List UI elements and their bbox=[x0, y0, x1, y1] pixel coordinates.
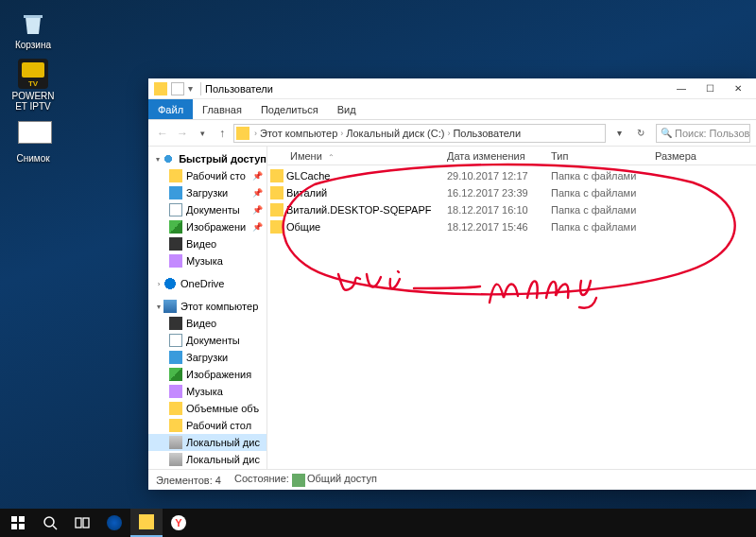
file-row[interactable]: GLCache29.10.2017 12:17Папка с файлами bbox=[267, 167, 756, 184]
nav-this-pc[interactable]: ▾Этот компьютер bbox=[148, 298, 266, 315]
search-placeholder: Поиск: Пользова bbox=[675, 128, 750, 139]
maximize-button[interactable]: ☐ bbox=[696, 78, 724, 99]
file-row[interactable]: Виталий16.12.2017 23:39Папка с файлами bbox=[267, 184, 756, 201]
taskbar-app-yandex[interactable]: Y bbox=[163, 509, 195, 537]
svg-rect-6 bbox=[76, 518, 81, 528]
nav-item-videos[interactable]: Видео bbox=[148, 235, 266, 252]
pin-icon: 📌 bbox=[252, 205, 263, 215]
onedrive-icon bbox=[163, 277, 177, 290]
search-icon: 🔍 bbox=[661, 128, 672, 138]
breadcrumb-drive[interactable]: Локальный диск (C:) bbox=[344, 128, 446, 139]
ribbon-tab-file[interactable]: Файл bbox=[148, 99, 193, 119]
file-list-pane: Имени⌃ Дата изменения Тип Размера GLCach… bbox=[267, 147, 756, 469]
folder-icon bbox=[236, 127, 249, 140]
qat-icon[interactable] bbox=[171, 82, 184, 95]
documents-icon bbox=[169, 334, 182, 347]
svg-rect-7 bbox=[83, 518, 89, 528]
column-header-name[interactable]: Имени⌃ bbox=[286, 150, 447, 162]
downloads-icon bbox=[169, 186, 182, 199]
nav-up-button[interactable]: ↑ bbox=[214, 125, 231, 142]
drive-icon bbox=[169, 436, 182, 449]
breadcrumb-this-pc[interactable]: Этот компьютер bbox=[258, 128, 339, 139]
nav-back-button[interactable]: ← bbox=[154, 125, 171, 142]
taskbar-app-edge[interactable] bbox=[98, 509, 130, 537]
videos-icon bbox=[169, 317, 182, 330]
nav-forward-button[interactable]: → bbox=[174, 125, 191, 142]
file-explorer-window: ▾ Пользователи — ☐ ✕ Файл Главная Подели… bbox=[148, 78, 756, 490]
status-item-count: Элементов: 4 bbox=[156, 475, 221, 486]
refresh-button[interactable]: ↻ bbox=[632, 125, 649, 142]
navigation-pane: ▾Быстрый доступ Рабочий сто📌 Загрузки📌 Д… bbox=[148, 147, 267, 469]
nav-onedrive[interactable]: ›OneDrive bbox=[148, 275, 266, 292]
pin-icon: 📌 bbox=[252, 171, 263, 181]
pin-icon: 📌 bbox=[252, 188, 263, 198]
ribbon-tab-home[interactable]: Главная bbox=[193, 99, 251, 119]
status-bar: Элементов: 4 Состояние: Общий доступ bbox=[148, 469, 756, 490]
nav-pc-3dobjects[interactable]: Объемные объ bbox=[148, 400, 266, 417]
desktop-icon-screenshot[interactable]: Снимок bbox=[9, 121, 57, 164]
downloads-icon bbox=[169, 351, 182, 364]
svg-rect-2 bbox=[11, 524, 17, 529]
address-dropdown-button[interactable]: ▾ bbox=[610, 125, 627, 142]
nav-pc-desktop[interactable]: Рабочий стол bbox=[148, 417, 266, 434]
nav-item-desktop[interactable]: Рабочий сто📌 bbox=[148, 167, 266, 184]
column-header-type[interactable]: Тип bbox=[551, 150, 655, 162]
minimize-button[interactable]: — bbox=[667, 78, 696, 99]
start-button[interactable] bbox=[2, 509, 34, 537]
pin-icon: 📌 bbox=[252, 222, 263, 232]
desktop-icon-recycle-bin[interactable]: Корзина bbox=[9, 8, 57, 50]
nav-item-pictures[interactable]: Изображени📌 bbox=[148, 218, 266, 235]
file-list: GLCache29.10.2017 12:17Папка с файлами В… bbox=[267, 165, 756, 237]
nav-pc-pictures[interactable]: Изображения bbox=[148, 366, 266, 383]
file-row[interactable]: Общие18.12.2017 15:46Папка с файлами bbox=[267, 218, 756, 235]
recycle-bin-icon bbox=[18, 8, 48, 38]
pictures-icon bbox=[169, 220, 182, 234]
ribbon-tab-view[interactable]: Вид bbox=[328, 99, 366, 119]
desktop-icon bbox=[169, 169, 182, 182]
status-state: Состояние: Общий доступ bbox=[234, 473, 377, 486]
breadcrumb-folder[interactable]: Пользователи bbox=[451, 128, 523, 139]
desktop-icon-label: Снимок bbox=[9, 153, 57, 164]
folder-icon bbox=[169, 402, 182, 415]
nav-item-music[interactable]: Музыка bbox=[148, 252, 266, 269]
address-bar-row: ← → ▾ ↑ › Этот компьютер › Локальный дис… bbox=[148, 120, 756, 147]
music-icon bbox=[169, 385, 182, 398]
search-button[interactable] bbox=[34, 509, 66, 537]
column-header-size[interactable]: Размера bbox=[655, 150, 721, 162]
tv-app-icon bbox=[18, 59, 48, 89]
nav-pc-downloads[interactable]: Загрузки bbox=[148, 349, 266, 366]
nav-pc-documents[interactable]: Документы bbox=[148, 332, 266, 349]
folder-icon bbox=[270, 203, 284, 217]
desktop-icon-label: Корзина bbox=[9, 40, 57, 50]
desktop-icon-powernet-iptv[interactable]: POWERNET IPTV bbox=[9, 59, 57, 112]
folder-icon bbox=[270, 186, 284, 199]
qat-dropdown-icon[interactable]: ▾ bbox=[188, 83, 193, 94]
nav-pc-videos[interactable]: Видео bbox=[148, 315, 266, 332]
address-bar[interactable]: › Этот компьютер › Локальный диск (C:) ›… bbox=[233, 124, 606, 143]
window-title: Пользователи bbox=[205, 83, 273, 95]
pictures-icon bbox=[169, 368, 182, 381]
nav-pc-local-disk-c[interactable]: Локальный дис bbox=[148, 434, 266, 451]
task-view-button[interactable] bbox=[66, 509, 98, 537]
taskbar: Y bbox=[0, 509, 756, 537]
sharing-icon bbox=[292, 474, 305, 487]
nav-item-downloads[interactable]: Загрузки📌 bbox=[148, 184, 266, 201]
column-header-date[interactable]: Дата изменения bbox=[447, 150, 551, 162]
search-input[interactable]: 🔍Поиск: Пользова bbox=[656, 124, 750, 143]
svg-rect-0 bbox=[11, 516, 17, 522]
ribbon-tab-share[interactable]: Поделиться bbox=[251, 99, 328, 119]
nav-pc-local-disk-d[interactable]: Локальный дис bbox=[148, 451, 266, 468]
nav-pc-music[interactable]: Музыка bbox=[148, 383, 266, 400]
close-button[interactable]: ✕ bbox=[724, 78, 752, 99]
star-icon bbox=[162, 152, 175, 165]
file-row[interactable]: Виталий.DESKTOP-SQEPAPF18.12.2017 16:10П… bbox=[267, 201, 756, 218]
window-titlebar[interactable]: ▾ Пользователи — ☐ ✕ bbox=[148, 78, 756, 99]
nav-quick-access[interactable]: ▾Быстрый доступ bbox=[148, 150, 266, 167]
column-headers: Имени⌃ Дата изменения Тип Размера bbox=[267, 147, 756, 165]
yandex-icon: Y bbox=[171, 515, 186, 530]
screenshot-icon bbox=[18, 121, 48, 151]
taskbar-app-explorer[interactable] bbox=[130, 509, 163, 537]
nav-history-dropdown[interactable]: ▾ bbox=[194, 125, 211, 142]
drive-icon bbox=[169, 453, 182, 466]
nav-item-documents[interactable]: Документы📌 bbox=[148, 201, 266, 218]
